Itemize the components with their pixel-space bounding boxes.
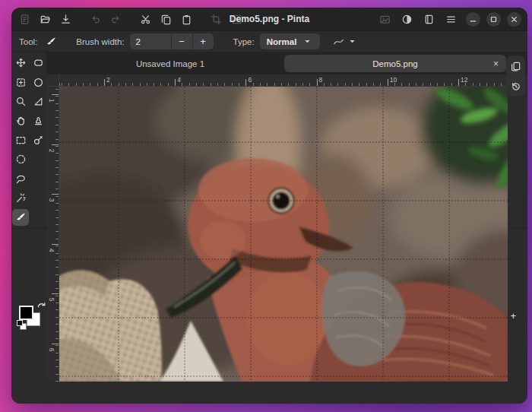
zoom-tool[interactable] xyxy=(12,93,29,109)
toolbox: Tt xyxy=(11,52,47,228)
swap-colors-icon[interactable] xyxy=(36,302,46,312)
tab-demo5-png[interactable]: Demo5.png× xyxy=(284,55,506,72)
ruler-major-tick xyxy=(52,144,59,145)
copy-icon[interactable] xyxy=(159,12,173,26)
ruler-number: 6 xyxy=(248,76,252,84)
close-button[interactable] xyxy=(507,12,521,27)
tab-bar: Unsaved Image 1Demo5.png× xyxy=(47,52,527,74)
brush-width-label: Brush width: xyxy=(76,37,124,46)
ellipse-select-tool[interactable] xyxy=(12,151,29,168)
ruler-number: 5 xyxy=(48,296,55,303)
tab-label: Unsaved Image 1 xyxy=(136,59,204,68)
magic-wand-tool[interactable] xyxy=(12,189,29,206)
rounded-rectangle-shape-tool[interactable] xyxy=(30,55,46,71)
rectangle-select-tool[interactable] xyxy=(12,132,29,148)
tab-unsaved-image-1[interactable]: Unsaved Image 1 xyxy=(59,55,281,72)
stroke-style-button[interactable] xyxy=(333,36,358,47)
titlebar-right-actions xyxy=(378,12,521,27)
save-icon[interactable] xyxy=(59,12,72,26)
main-menu-icon[interactable] xyxy=(444,12,458,26)
addins-icon[interactable] xyxy=(422,12,435,26)
titlebar[interactable]: Demo5.png - Pinta xyxy=(11,8,527,31)
ruler-major-tick xyxy=(175,79,176,86)
new-image-icon[interactable] xyxy=(17,12,31,26)
blend-mode-dropdown[interactable]: Normal xyxy=(260,33,321,49)
ellipse-shape-tool[interactable] xyxy=(30,74,46,90)
lasso-select-tool[interactable] xyxy=(12,170,29,187)
brush-width-increase-button[interactable]: + xyxy=(192,33,214,49)
tool-label: Tool: xyxy=(19,37,37,46)
redo-icon[interactable] xyxy=(109,12,122,26)
color-pair-widget[interactable] xyxy=(18,305,45,327)
ruler-number: 6 xyxy=(48,346,55,353)
ruler-number: 12 xyxy=(461,76,467,84)
clone-stamp-tool[interactable] xyxy=(30,113,46,129)
ruler-corner xyxy=(47,74,59,87)
ruler-number: 4 xyxy=(177,76,181,84)
ruler-major-tick xyxy=(245,79,246,86)
paintbrush-tool[interactable] xyxy=(12,209,29,226)
ruler-major-tick xyxy=(388,79,388,86)
ruler-major-tick xyxy=(52,344,59,344)
paste-icon[interactable] xyxy=(179,12,193,26)
canvas[interactable] xyxy=(59,87,508,382)
caret-down-icon xyxy=(302,36,313,47)
desktop-wallpaper: Demo5.png - Pinta Tool: Brush width: 2 −… xyxy=(0,0,532,412)
adjustments-icon[interactable] xyxy=(400,12,413,26)
ruler-major-tick xyxy=(317,79,318,86)
ruler-number: 8 xyxy=(319,76,323,84)
type-label: Type: xyxy=(233,37,255,46)
minimize-button[interactable] xyxy=(466,12,480,27)
ruler-major-tick xyxy=(104,79,105,86)
blend-mode-value: Normal xyxy=(267,37,297,46)
ruler-number: 4 xyxy=(48,246,55,254)
open-icon[interactable] xyxy=(38,12,52,26)
titlebar-icon-group xyxy=(88,12,122,26)
reset-foreground-swatch xyxy=(17,320,23,326)
side-panel-rail xyxy=(506,55,525,97)
ruler-major-tick xyxy=(52,94,59,95)
move-selection-tool[interactable] xyxy=(12,74,29,90)
canvas-image[interactable] xyxy=(59,87,508,382)
maximize-button[interactable] xyxy=(486,12,501,27)
ruler-number: 3 xyxy=(48,196,55,204)
ruler-major-tick xyxy=(52,293,59,294)
reset-colors-widget[interactable] xyxy=(17,320,26,329)
foreground-color-swatch[interactable] xyxy=(19,306,33,320)
ruler-number: 2 xyxy=(106,76,110,84)
freeform-shape-tool[interactable] xyxy=(30,93,46,109)
window-title: Demo5.png - Pinta xyxy=(230,14,309,24)
ruler-number: 2 xyxy=(48,147,55,154)
pan-tool[interactable] xyxy=(12,113,29,129)
zoom-in-button[interactable]: + xyxy=(506,310,520,322)
ruler-major-tick xyxy=(52,194,59,195)
undo-icon[interactable] xyxy=(88,12,102,26)
titlebar-icon-group xyxy=(138,12,193,26)
ruler-major-tick xyxy=(458,79,459,86)
pinta-window: Demo5.png - Pinta Tool: Brush width: 2 −… xyxy=(11,8,527,404)
recolor-tool[interactable] xyxy=(30,132,46,148)
ruler-number: 1 xyxy=(48,97,55,104)
horizontal-ruler: 24681012 xyxy=(59,74,508,87)
cut-icon[interactable] xyxy=(138,12,152,26)
crop-to-selection-icon[interactable] xyxy=(209,12,223,26)
stroke-style-icon xyxy=(333,36,344,47)
brush-width-spinner: 2 − + xyxy=(130,33,214,49)
move-selected-tool[interactable] xyxy=(12,55,29,71)
ruler-number: 10 xyxy=(390,76,397,84)
layers-panel-button[interactable] xyxy=(508,58,524,74)
history-panel-button[interactable] xyxy=(508,78,524,94)
screenshot-icon[interactable] xyxy=(378,12,391,26)
active-tool-icon[interactable] xyxy=(43,33,59,50)
canvas-zone: 24681012 123456 xyxy=(47,74,527,382)
tab-close-icon[interactable]: × xyxy=(493,59,499,69)
caret-down-icon xyxy=(347,36,358,47)
brush-width-value[interactable]: 2 xyxy=(130,33,171,49)
tool-options-toolbar: Tool: Brush width: 2 − + Type: Normal xyxy=(11,31,527,52)
titlebar-icon-group xyxy=(17,12,72,26)
tab-label: Demo5.png xyxy=(372,59,417,68)
vertical-ruler: 123456 xyxy=(47,87,59,382)
brush-width-decrease-button[interactable]: − xyxy=(171,33,192,49)
titlebar-left-actions xyxy=(17,12,259,26)
ruler-major-tick xyxy=(52,244,59,245)
